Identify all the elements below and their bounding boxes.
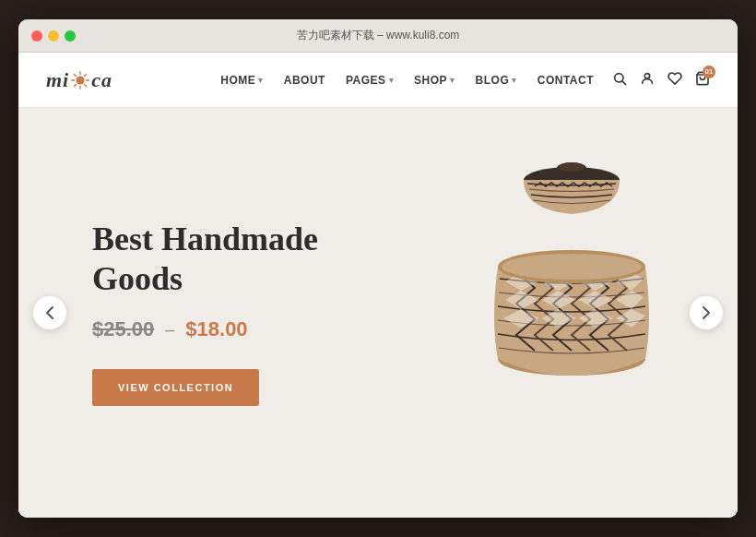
traffic-lights [31,30,76,42]
wishlist-button[interactable] [667,71,682,90]
view-collection-button[interactable]: VIEW COLLECTION [92,369,259,406]
logo-sun-icon [70,70,90,90]
nav-item-blog[interactable]: BLOG ▾ [476,74,517,87]
hero-section: Best HandmadeGoods $25.00 – $18.00 VIEW … [18,108,738,518]
nav-icons: 01 [612,71,710,90]
nav-item-about[interactable]: ABOUT [284,74,325,87]
logo[interactable]: mi ca [46,68,112,92]
svg-point-18 [559,162,585,172]
browser-chrome: 苦力吧素材下载 – www.kuli8.com [18,19,738,53]
logo-text-right: ca [91,68,112,92]
nav-item-shop[interactable]: SHOP ▾ [414,74,455,87]
svg-line-5 [75,74,77,76]
hero-pricing: $25.00 – $18.00 [92,317,738,341]
browser-window: 苦力吧素材下载 – www.kuli8.com mi [18,19,738,518]
nav-item-pages[interactable]: PAGES ▾ [346,74,394,87]
nav-links: HOME ▾ ABOUT PAGES ▾ SHOP ▾ BLOG ▾ [220,74,594,87]
carousel-next-button[interactable] [690,296,723,329]
chevron-down-icon: ▾ [258,76,264,85]
navbar: mi ca [18,53,738,108]
traffic-light-green[interactable] [65,30,76,42]
traffic-light-red[interactable] [31,30,42,42]
nav-item-home[interactable]: HOME ▾ [220,74,264,87]
price-original: $25.00 [92,317,154,341]
svg-line-10 [622,81,626,85]
svg-line-7 [75,84,77,86]
site-content: mi ca [18,53,738,518]
chevron-down-icon: ▾ [450,76,455,85]
search-button[interactable] [612,71,627,90]
url-bar: 苦力吧素材下载 – www.kuli8.com [297,28,460,43]
hero-content: Best HandmadeGoods $25.00 – $18.00 VIEW … [18,220,738,406]
cart-button[interactable]: 01 [695,71,710,90]
svg-line-6 [85,84,87,86]
nav-item-contact[interactable]: CONTACT [537,74,594,87]
price-discounted: $18.00 [185,317,247,341]
svg-point-0 [77,76,85,84]
cart-badge: 01 [703,66,715,78]
svg-line-8 [85,74,87,76]
chevron-down-icon: ▾ [389,76,395,85]
logo-text-left: mi [46,68,69,92]
carousel-prev-button[interactable] [33,296,66,329]
traffic-light-yellow[interactable] [48,30,59,42]
chevron-down-icon: ▾ [512,76,517,85]
price-separator: – [165,320,174,340]
svg-point-11 [644,73,649,78]
account-button[interactable] [640,71,655,90]
hero-title: Best HandmadeGoods [92,220,738,299]
